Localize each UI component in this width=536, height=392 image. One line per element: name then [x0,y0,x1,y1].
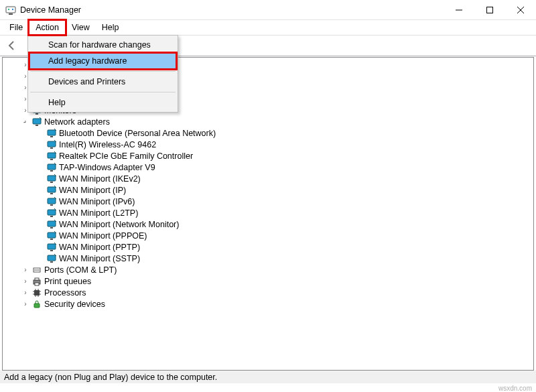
tree-label: WAN Miniport (PPPOE) [59,231,147,241]
svg-rect-80 [34,304,40,308]
tree-label: WAN Miniport (L2TP) [59,208,138,218]
processor-icon [31,287,42,298]
network-adapter-icon [46,231,57,241]
network-icon [31,117,42,127]
svg-rect-33 [48,153,56,158]
maximize-button[interactable] [474,0,505,20]
network-adapter-icon [46,174,57,184]
tree-label: Realtek PCIe GbE Family Controller [59,151,193,161]
menu-separator [30,92,176,92]
svg-rect-0 [6,7,15,13]
tree-label: Processors [44,288,86,298]
menu-scan-hardware[interactable]: Scan for hardware changes [29,37,176,53]
tree-category-printqueues[interactable]: › Print queues [5,275,533,287]
status-bar: Add a legacy (non Plug and Play) device … [0,371,536,383]
tree-category-processors[interactable]: › Processors [5,287,533,298]
svg-rect-42 [48,187,56,192]
svg-rect-34 [50,159,53,160]
network-adapter-icon [46,139,57,150]
tree-item-network-adapter[interactable]: ›Intel(R) Wireless-AC 9462 [5,139,533,150]
expand-icon[interactable]: › [21,289,29,296]
menu-action[interactable]: Action [29,20,66,35]
tree-label: TAP-Windows Adapter V9 [59,163,155,172]
window-title: Device Manager [20,5,444,15]
svg-rect-55 [50,239,53,240]
collapse-icon[interactable]: › [20,116,31,127]
tree-item-network-adapter[interactable]: ›WAN Miniport (PPPOE) [5,230,533,241]
menu-help[interactable]: Help [29,94,176,111]
title-bar: Device Manager [0,0,536,20]
svg-rect-24 [33,119,41,124]
network-adapter-icon [46,196,57,207]
tree-label: WAN Miniport (IKEv2) [59,174,141,184]
tree-category-ports[interactable]: › Ports (COM & LPT) [5,264,533,275]
tree-item-network-adapter[interactable]: ›WAN Miniport (PPTP) [5,241,533,253]
tree-label: Bluetooth Device (Personal Area Network) [59,129,216,138]
close-button[interactable] [505,0,536,20]
tree-label: WAN Miniport (IPv6) [59,197,135,206]
tree-item-network-adapter[interactable]: ›WAN Miniport (IKEv2) [5,173,533,184]
network-adapter-icon [46,128,57,139]
svg-rect-43 [50,193,53,194]
svg-rect-71 [34,290,40,296]
svg-rect-69 [35,278,39,280]
expand-icon[interactable]: › [21,266,29,273]
svg-rect-40 [50,182,53,183]
svg-rect-30 [48,141,56,147]
tree-item-network-adapter[interactable]: ›WAN Miniport (Network Monitor) [5,218,533,230]
svg-rect-28 [50,136,53,137]
svg-rect-58 [50,250,53,251]
svg-rect-54 [48,233,56,238]
expand-icon[interactable]: › [21,277,29,285]
svg-rect-36 [48,164,56,170]
back-button[interactable] [4,38,20,54]
svg-rect-31 [50,147,53,149]
tree-item-network-adapter[interactable]: ›WAN Miniport (IPv6) [5,196,533,207]
svg-rect-25 [36,125,38,126]
menu-help[interactable]: Help [96,20,125,35]
svg-point-2 [8,8,9,9]
svg-rect-52 [50,227,53,228]
action-dropdown: Scan for hardware changes Add legacy har… [27,35,178,113]
menu-separator [30,71,176,72]
tree-category-network[interactable]: › Network adapters [5,116,533,127]
security-icon [31,299,42,310]
status-text: Add a legacy (non Plug and Play) device … [4,373,217,382]
tree-item-network-adapter[interactable]: ›WAN Miniport (L2TP) [5,207,533,218]
printer-icon [31,276,42,287]
tree-category-security[interactable]: › Security devices [5,298,533,310]
tree-item-network-adapter[interactable]: ›Realtek PCIe GbE Family Controller [5,150,533,161]
menu-add-legacy-hardware[interactable]: Add legacy hardware [29,53,176,69]
svg-rect-60 [48,255,56,261]
menu-devices-printers[interactable]: Devices and Printers [29,74,176,90]
network-adapter-icon [46,253,57,264]
tree-label: Network adapters [44,117,110,127]
svg-rect-39 [48,176,56,181]
tree-item-network-adapter[interactable]: ›TAP-Windows Adapter V9 [5,161,533,173]
minimize-button[interactable] [444,0,474,20]
menu-bar: File Action View Help [0,20,536,35]
network-adapter-icon [46,242,57,253]
tree-label: WAN Miniport (IP) [59,186,126,195]
menu-view[interactable]: View [66,20,96,35]
watermark: wsxdn.com [498,385,532,392]
svg-rect-5 [487,7,493,13]
app-icon [5,5,16,15]
expand-icon[interactable]: › [21,300,29,308]
svg-rect-48 [48,210,56,215]
tree-label: Print queues [44,277,91,286]
svg-rect-27 [48,130,56,135]
tree-label: WAN Miniport (PPTP) [59,243,140,252]
svg-rect-57 [48,244,56,249]
tree-item-network-adapter[interactable]: ›WAN Miniport (SSTP) [5,253,533,264]
tree-label: WAN Miniport (Network Monitor) [59,220,179,229]
tree-item-network-adapter[interactable]: ›WAN Miniport (IP) [5,184,533,196]
network-adapter-icon [46,151,57,161]
tree-label: Ports (COM & LPT) [44,265,117,275]
svg-rect-49 [50,216,53,217]
svg-rect-23 [36,113,38,115]
ports-icon [31,265,42,275]
tree-item-network-adapter[interactable]: ›Bluetooth Device (Personal Area Network… [5,127,533,139]
network-adapter-icon [46,162,57,173]
menu-file[interactable]: File [3,20,29,35]
